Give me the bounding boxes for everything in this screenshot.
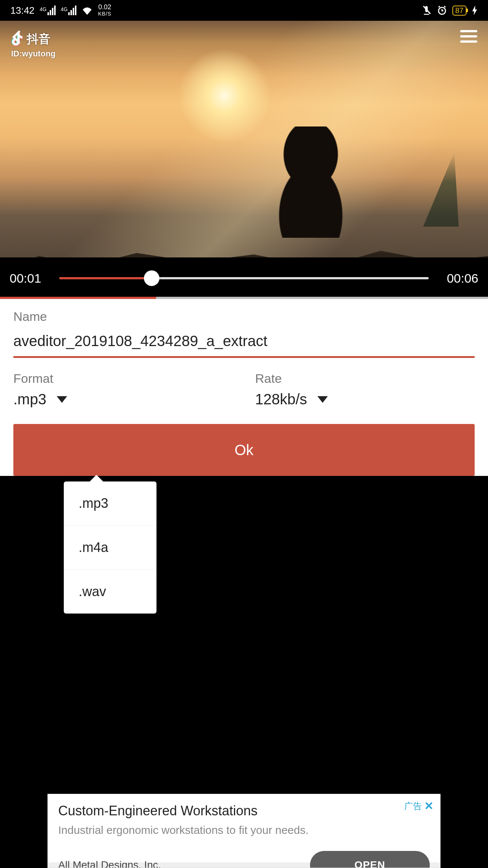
chevron-down-icon [317, 396, 328, 403]
back-button[interactable] [9, 29, 25, 45]
format-value: .mp3 [13, 391, 46, 408]
menu-button[interactable] [460, 29, 478, 44]
ad-open-button[interactable]: OPEN [310, 851, 430, 868]
ad-title: Custom-Engineered Workstations [58, 803, 430, 819]
format-options-popup: .mp3 .m4a .wav [64, 481, 156, 614]
signal-icon-2: 4G [61, 6, 77, 15]
source-user-id: ID:wyutong [11, 49, 56, 59]
format-option-m4a[interactable]: .m4a [64, 526, 156, 570]
wifi-icon [82, 6, 93, 15]
seek-bar[interactable] [59, 277, 429, 279]
name-label: Name [13, 309, 475, 324]
rate-value: 128kb/s [255, 391, 307, 408]
rate-dropdown[interactable]: 128kb/s [255, 391, 475, 408]
video-preview: 抖音 ID:wyutong 00:01 00:06 [0, 21, 488, 299]
mute-icon [421, 5, 432, 16]
status-bar: 13:42 4G 4G 0.02 KB/S [0, 0, 488, 21]
battery-icon: 87 [452, 6, 466, 16]
duration: 00:06 [438, 271, 478, 286]
ad-banner[interactable]: 广告 ✕ Custom-Engineered Workstations Indu… [47, 794, 441, 868]
clock: 13:42 [10, 5, 34, 16]
ad-subtitle: Industrial ergonomic workstations to fit… [58, 824, 430, 836]
network-speed: 0.02 KB/S [98, 4, 111, 17]
current-time: 00:01 [10, 271, 50, 286]
source-app-name: 抖音 [27, 31, 50, 47]
charging-icon [472, 6, 478, 15]
alarm-icon [437, 5, 447, 16]
ad-company: All Metal Designs, Inc. [58, 859, 161, 868]
seek-thumb[interactable] [144, 270, 159, 286]
format-option-mp3[interactable]: .mp3 [64, 481, 156, 526]
format-option-wav[interactable]: .wav [64, 570, 156, 614]
format-label: Format [13, 371, 233, 386]
progress-line [0, 297, 156, 299]
player-controls: 00:01 00:06 [0, 257, 488, 299]
name-input[interactable] [13, 329, 475, 358]
chevron-down-icon [57, 396, 67, 403]
ok-button[interactable]: Ok [13, 424, 475, 476]
format-dropdown[interactable]: .mp3 [13, 391, 233, 408]
ad-close-icon[interactable]: ✕ [424, 799, 433, 812]
ad-tag: 广告 [404, 800, 422, 812]
extract-form: Name Format .mp3 Rate 128kb/s Ok [0, 299, 488, 476]
signal-icon-1: 4G [40, 6, 56, 15]
rate-label: Rate [255, 371, 475, 386]
